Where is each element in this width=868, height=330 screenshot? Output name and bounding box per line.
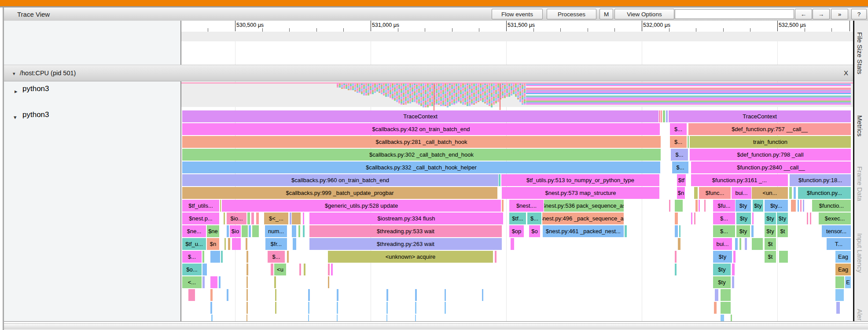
flame-bar[interactable]: $io [230,225,241,237]
flame-bar[interactable] [202,251,204,263]
flame-bar[interactable]: <unknown> acquire [328,251,493,263]
flame-bar[interactable] [695,200,698,212]
flame-bar[interactable] [694,213,695,224]
flame-bar[interactable]: tensor... [822,225,851,237]
flame-bar[interactable] [789,187,792,199]
nav-forward-button[interactable]: → [813,9,830,19]
collapse-arrow-icon[interactable]: ▸ [15,88,18,95]
toolbar-button-m[interactable]: M [600,9,613,19]
flame-bar[interactable]: num... [265,225,287,237]
flame-bar[interactable]: $... [672,161,688,173]
search-input[interactable] [675,10,794,18]
flame-bar[interactable] [202,264,207,275]
flame-bar[interactable] [337,289,338,301]
flame-bar[interactable] [228,238,230,250]
tab-input-latency[interactable]: Input Latency [856,233,864,304]
flame-bar[interactable]: train_function [690,136,851,148]
flame-bar[interactable]: $function.py:2840 __call__ [691,161,851,173]
close-icon[interactable]: X [844,69,848,77]
flame-bar[interactable]: $callbacks.py:432 on_train_batch_end [182,123,660,135]
flame-bar[interactable] [298,225,300,237]
flame-bar[interactable]: $ty [736,200,751,212]
flame-bar[interactable] [721,289,731,301]
flame-bar[interactable] [699,200,700,212]
flame-bar[interactable] [337,315,338,321]
flame-bar[interactable]: bui... [713,238,732,250]
flame-bar[interactable] [210,289,213,301]
flame-bar[interactable] [694,187,698,199]
flame-bar[interactable]: TraceContext [669,110,851,122]
flame-bar[interactable] [303,213,304,224]
flame-bar[interactable] [675,264,677,275]
flame-bar[interactable] [290,213,291,224]
flame-bar[interactable] [308,315,309,321]
flame-bar[interactable] [275,302,276,314]
nav-back-button[interactable]: ← [795,9,812,19]
flame-bar[interactable]: $ty [777,213,788,224]
flame-bar[interactable]: $... [713,213,735,224]
flame-bar[interactable] [499,174,500,186]
flame-bar[interactable] [675,225,678,237]
flame-bar[interactable]: T... [827,238,851,250]
flame-bar[interactable] [386,302,388,314]
flame-bar[interactable]: $ty [765,225,776,237]
flame-bar[interactable]: $nest.p... [182,213,219,224]
flame-bar[interactable]: $function.py:3161 _... [691,174,788,186]
flame-bar[interactable] [675,251,677,263]
flame-bar[interactable] [242,225,248,237]
flame-bar[interactable] [304,264,305,275]
flame-bar[interactable] [210,302,212,314]
flame-bar[interactable] [251,213,254,224]
flame-bar[interactable] [188,289,195,301]
flame-bar[interactable]: $<_... [264,213,288,224]
flame-bar[interactable]: $func... [699,187,731,199]
flame-bar[interactable] [227,225,229,237]
flame-bar[interactable] [271,264,273,275]
flame-bar[interactable] [415,289,417,301]
flame-bar[interactable] [752,213,754,224]
flame-bar[interactable] [482,289,483,301]
flame-bar[interactable] [275,289,276,301]
flame-bar[interactable] [803,200,804,212]
thread-row-python3-collapsed[interactable]: python3 [22,84,49,93]
flame-bar[interactable] [836,302,840,314]
flame-bar[interactable]: $t [765,251,776,263]
flame-bar[interactable] [807,213,808,224]
flame-bar[interactable]: E [845,276,851,288]
flame-bar[interactable]: $fr... [265,238,287,250]
flame-bar[interactable]: $o [529,225,540,237]
flame-bar[interactable] [303,225,305,237]
flame-bar[interactable]: $nest.py:536 pack_sequence_as [544,200,624,212]
flame-bar[interactable]: $fu... [713,200,735,212]
flame-bar[interactable] [661,110,662,122]
flame-bar[interactable] [308,289,310,301]
flame-bar[interactable]: $... [671,149,688,161]
tab-metrics[interactable]: Metrics [856,115,864,161]
device-collapse-icon[interactable]: ▾ [13,71,15,77]
flame-bar[interactable]: $tf_u... [182,238,206,250]
flame-bar[interactable]: $tf_utils... [182,200,219,212]
flame-bar[interactable]: $ty [713,264,731,275]
flame-bar[interactable] [704,200,706,212]
flame-bar[interactable]: $tf... [509,213,526,224]
flame-bar[interactable] [731,315,732,321]
flame-bar[interactable] [299,264,301,275]
flame-bar[interactable] [292,213,301,224]
flame-bar[interactable] [691,213,692,224]
flame-bar[interactable] [331,264,333,275]
flame-bar[interactable]: $threading.py:263 wait [309,238,502,250]
flame-bar[interactable] [715,289,718,301]
flame-bar[interactable] [721,302,731,314]
nav-more-button[interactable]: » [831,9,848,19]
flame-bar[interactable] [678,238,680,250]
flame-bar[interactable] [220,200,221,212]
flame-bar[interactable]: $iostream.py:334 flush [309,213,503,224]
flame-bar[interactable] [328,276,329,288]
tab-aler[interactable]: Aler [856,309,864,321]
flame-bar[interactable]: <un... [752,187,788,199]
flame-bar[interactable] [246,302,248,314]
flame-bar[interactable] [224,238,226,250]
flame-bar[interactable]: $exec... [819,213,851,224]
flame-bar[interactable] [688,136,689,148]
flame-bar[interactable] [445,289,446,301]
